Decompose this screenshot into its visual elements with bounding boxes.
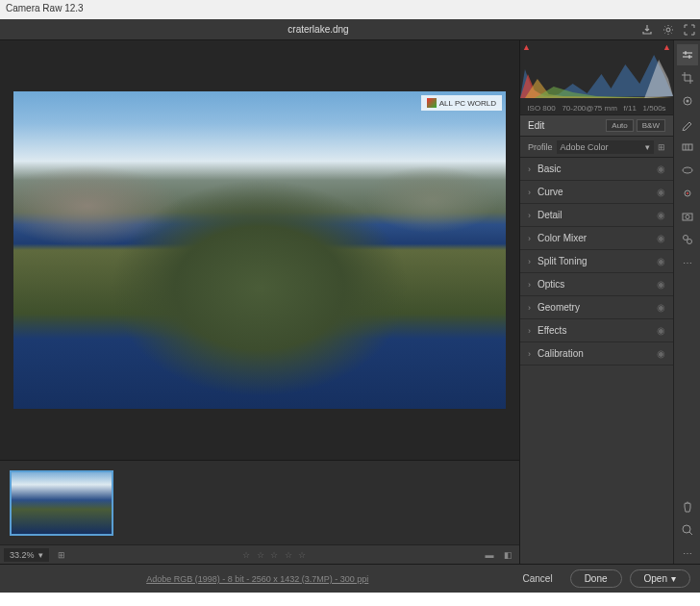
gear-icon[interactable] <box>658 19 679 40</box>
panel-calibration[interactable]: ›Calibration◉ <box>520 342 673 366</box>
panel-detail[interactable]: ›Detail◉ <box>520 204 673 227</box>
gradient-tool-icon[interactable] <box>677 137 698 158</box>
compare-single-icon[interactable]: ▬ <box>483 548 496 562</box>
panel-geometry[interactable]: ›Geometry◉ <box>520 296 673 319</box>
exif-lens: 70-200@75 mm <box>562 104 616 113</box>
chevron-right-icon: › <box>528 188 538 197</box>
highlight-clip-icon[interactable]: ▲ <box>662 42 671 52</box>
chevron-right-icon: › <box>528 257 538 266</box>
watermark: ALL PC WORLD <box>421 95 502 111</box>
edit-tool-icon[interactable] <box>677 44 698 65</box>
panel-curve[interactable]: ›Curve◉ <box>520 181 673 204</box>
compare-split-icon[interactable]: ◧ <box>502 548 515 562</box>
more-icon[interactable]: ⋯ <box>677 252 698 273</box>
exif-info: ISO 800 70-200@75 mm f/11 1/500s <box>520 104 673 113</box>
done-button[interactable]: Done <box>570 569 622 588</box>
fullscreen-icon[interactable] <box>679 19 700 40</box>
svg-point-6 <box>687 192 688 194</box>
chevron-right-icon: › <box>528 234 538 243</box>
eye-icon[interactable]: ◉ <box>657 187 665 197</box>
profile-grid-icon[interactable]: ⊞ <box>658 142 665 152</box>
export-icon[interactable] <box>637 19 658 40</box>
bw-button[interactable]: B&W <box>637 119 665 132</box>
heal-tool-icon[interactable] <box>677 90 698 112</box>
svg-point-2 <box>686 100 688 103</box>
snapshot-tool-icon[interactable] <box>677 206 698 227</box>
redeye-tool-icon[interactable] <box>677 183 698 204</box>
eye-icon[interactable]: ◉ <box>657 325 665 336</box>
profile-select[interactable]: Adobe Color ▾ <box>557 140 654 154</box>
panel-color-mixer[interactable]: ›Color Mixer◉ <box>520 227 673 250</box>
radial-tool-icon[interactable] <box>677 160 698 181</box>
chevron-down-icon: ▾ <box>645 142 650 152</box>
exif-aperture: f/11 <box>624 104 637 113</box>
camera-raw-app: Camera Raw 12.3 craterlake.dng ALL PC WO… <box>0 0 700 593</box>
histogram[interactable]: ▲ ▲ ISO 800 70-200@75 mm f/11 1/500s <box>520 40 673 115</box>
eye-icon[interactable]: ◉ <box>657 256 665 266</box>
options-icon[interactable]: ⋯ <box>677 543 698 564</box>
edit-panel: ▲ ▲ ISO 800 70-200@75 mm f/11 1/500s E <box>519 40 673 564</box>
auto-button[interactable]: Auto <box>606 119 633 132</box>
zoom-level: 33.2% <box>10 550 35 560</box>
svg-point-10 <box>687 240 691 244</box>
watermark-icon <box>427 98 437 108</box>
eye-icon[interactable]: ◉ <box>657 348 665 359</box>
open-button[interactable]: Open▾ <box>630 569 690 588</box>
svg-point-4 <box>683 167 692 173</box>
chevron-right-icon: › <box>528 326 538 336</box>
shadow-clip-icon[interactable]: ▲ <box>522 42 531 52</box>
eye-icon[interactable]: ◉ <box>657 302 665 313</box>
chevron-right-icon: › <box>528 164 538 174</box>
main-area: ALL PC WORLD 33.2% ▾ ⊞ ☆ ☆ ☆ ☆ ☆ ▬ ◧ ▲ <box>0 40 700 564</box>
brush-tool-icon[interactable] <box>677 114 698 135</box>
canvas-area[interactable]: ALL PC WORLD <box>0 40 519 460</box>
eye-icon[interactable]: ◉ <box>657 164 665 174</box>
panel-effects[interactable]: ›Effects◉ <box>520 319 673 342</box>
exif-shutter: 1/500s <box>643 104 666 113</box>
rating-stars[interactable]: ☆ ☆ ☆ ☆ ☆ <box>242 550 308 560</box>
profile-value: Adobe Color <box>561 142 609 152</box>
chevron-right-icon: › <box>528 280 538 290</box>
svg-point-0 <box>666 28 670 32</box>
svg-rect-3 <box>683 144 692 150</box>
chevron-right-icon: › <box>528 303 538 313</box>
image-info[interactable]: Adobe RGB (1998) - 8 bit - 2560 x 1432 (… <box>10 574 505 584</box>
canvas-column: ALL PC WORLD 33.2% ▾ ⊞ ☆ ☆ ☆ ☆ ☆ ▬ ◧ <box>0 40 519 564</box>
zoom-select[interactable]: 33.2% ▾ <box>4 548 49 562</box>
panel-accordion: ›Basic◉ ›Curve◉ ›Detail◉ ›Color Mixer◉ ›… <box>520 158 673 366</box>
chevron-right-icon: › <box>528 211 538 220</box>
chevron-right-icon: › <box>528 349 538 359</box>
svg-point-11 <box>683 525 690 533</box>
eye-icon[interactable]: ◉ <box>657 279 665 290</box>
zoom-bar: 33.2% ▾ ⊞ ☆ ☆ ☆ ☆ ☆ ▬ ◧ <box>0 544 519 564</box>
chevron-down-icon: ▾ <box>38 550 43 560</box>
preset-tool-icon[interactable] <box>677 229 698 250</box>
panel-basic[interactable]: ›Basic◉ <box>520 158 673 181</box>
window-titlebar: Camera Raw 12.3 <box>0 0 700 19</box>
eye-icon[interactable]: ◉ <box>657 210 665 220</box>
app-title: Camera Raw 12.3 <box>6 3 84 13</box>
histogram-graph <box>520 40 673 98</box>
tool-strip: ⋯ ⋯ <box>673 40 700 564</box>
panel-optics[interactable]: ›Optics◉ <box>520 273 673 296</box>
exif-iso: ISO 800 <box>527 104 555 113</box>
filmstrip <box>0 460 519 544</box>
thumbnail[interactable] <box>10 470 113 536</box>
hand-tool-icon[interactable] <box>677 496 698 518</box>
profile-row: Profile Adobe Color ▾ ⊞ <box>520 137 673 158</box>
chevron-down-icon: ▾ <box>671 573 676 584</box>
profile-label: Profile <box>528 142 553 152</box>
cancel-button[interactable]: Cancel <box>512 570 562 587</box>
zoom-tool-icon[interactable] <box>677 519 698 541</box>
edit-header: Edit Auto B&W <box>520 115 673 137</box>
svg-point-9 <box>683 236 688 240</box>
crop-tool-icon[interactable] <box>677 67 698 88</box>
watermark-text: ALL PC WORLD <box>439 99 496 108</box>
footer: Adobe RGB (1998) - 8 bit - 2560 x 1432 (… <box>0 564 700 593</box>
image-preview: ALL PC WORLD <box>13 91 506 409</box>
panel-split-toning[interactable]: ›Split Toning◉ <box>520 250 673 273</box>
grid-icon[interactable]: ⊞ <box>55 548 68 562</box>
filename: craterlake.dng <box>0 24 637 35</box>
eye-icon[interactable]: ◉ <box>657 233 665 243</box>
top-bar: craterlake.dng <box>0 19 700 40</box>
